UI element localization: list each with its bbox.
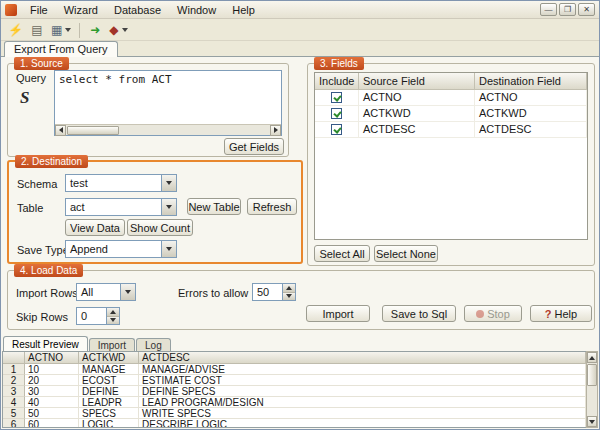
errors-to-allow-label: Errors to allow <box>178 287 248 299</box>
chevron-down-icon[interactable] <box>161 199 176 215</box>
menu-item-file[interactable]: File <box>22 3 56 17</box>
save-to-sql-button[interactable]: Save to Sql <box>382 305 456 322</box>
import-rows-select[interactable]: All <box>76 283 136 301</box>
dropdown-arrow-icon[interactable] <box>122 28 128 32</box>
table-icon[interactable]: ▦ <box>49 22 73 39</box>
errors-to-allow-spinner[interactable]: 50 <box>252 283 296 301</box>
hscroll-thumb[interactable] <box>67 126 119 135</box>
grid-cell: ECOST <box>79 375 139 386</box>
grid-header-actno[interactable]: ACTNO <box>25 352 79 364</box>
tab-strip: Export From Query <box>1 41 599 57</box>
spinner-down-icon[interactable] <box>107 316 119 325</box>
chevron-down-icon[interactable] <box>161 241 176 257</box>
spinner-down-icon[interactable] <box>283 292 295 301</box>
chevron-down-icon[interactable] <box>161 175 176 191</box>
menu-bar: FileWizardDatabaseWindowHelp <box>22 3 263 17</box>
refresh-button[interactable]: Refresh <box>247 198 297 215</box>
table-label: Table <box>17 202 43 214</box>
grid-cell: LEADPR <box>79 397 139 408</box>
scroll-left-arrow-icon[interactable] <box>55 125 66 136</box>
grid-header-actkwd[interactable]: ACTKWD <box>79 352 139 364</box>
tab-export-from-query[interactable]: Export From Query <box>4 41 118 57</box>
grid-row[interactable]: 330DEFINEDEFINE SPECS <box>3 386 586 397</box>
app-window: FileWizardDatabaseWindowHelp —❐✕ ⚡▤▦➜◆ E… <box>0 0 600 430</box>
view-data-button[interactable]: View Data <box>65 219 125 236</box>
schema-select[interactable]: test <box>65 174 177 192</box>
grid-row[interactable]: 220ECOSTESTIMATE COST <box>3 375 586 386</box>
row-number: 6 <box>3 419 25 428</box>
maximize-button[interactable]: ❐ <box>559 3 576 16</box>
menu-item-wizard[interactable]: Wizard <box>56 3 106 17</box>
menu-item-window[interactable]: Window <box>169 3 224 17</box>
menu-item-database[interactable]: Database <box>106 3 169 17</box>
field-row[interactable]: ACTDESCACTDESC <box>315 122 587 138</box>
lightning-icon-glyph: ⚡ <box>8 22 23 38</box>
save-type-select[interactable]: Append <box>65 240 177 258</box>
grid-row[interactable]: 550SPECSWRITE SPECS <box>3 408 586 419</box>
import-button[interactable]: Import <box>306 305 370 322</box>
result-tab-result-preview[interactable]: Result Preview <box>3 336 88 352</box>
source-field-cell: ACTNO <box>359 90 475 105</box>
minimize-button[interactable]: — <box>540 3 557 16</box>
script-icon[interactable]: ▤ <box>28 22 46 39</box>
row-number: 1 <box>3 364 25 375</box>
grid-cell: DEFINE SPECS <box>139 386 586 397</box>
result-tabs: Result PreviewImportLog <box>3 336 172 351</box>
script-icon-glyph: ▤ <box>31 22 42 38</box>
sql-script-icon: S <box>20 88 29 108</box>
show-count-button[interactable]: Show Count <box>127 219 193 236</box>
run-icon[interactable]: ➜ <box>86 22 104 39</box>
include-checkbox[interactable] <box>331 108 342 119</box>
grid-cell: MANAGE <box>79 364 139 375</box>
menu-item-help[interactable]: Help <box>224 3 263 17</box>
run-icon-glyph: ➜ <box>90 22 100 38</box>
save-type-value: Append <box>66 243 161 255</box>
table-icon-glyph: ▦ <box>51 22 62 38</box>
vscroll-thumb[interactable] <box>587 364 597 386</box>
close-button[interactable]: ✕ <box>578 3 595 16</box>
query-hscrollbar[interactable] <box>55 124 281 135</box>
destination-field-cell: ACTNO <box>475 90 587 105</box>
include-cell <box>315 106 359 121</box>
lightning-icon[interactable]: ⚡ <box>6 22 25 39</box>
grid-header-actdesc[interactable]: ACTDESC <box>139 352 586 364</box>
table-select[interactable]: act <box>65 198 177 216</box>
select-all-button[interactable]: Select All <box>314 245 370 262</box>
include-cell <box>315 122 359 137</box>
export-icon[interactable]: ◆ <box>107 22 129 39</box>
query-editor[interactable]: select * from ACT <box>54 70 282 136</box>
query-text[interactable]: select * from ACT <box>55 71 281 124</box>
field-row[interactable]: ACTNOACTNO <box>315 90 587 106</box>
select-none-button[interactable]: Select None <box>374 245 438 262</box>
grid-row[interactable]: 110MANAGEMANAGE/ADVISE <box>3 364 586 375</box>
include-checkbox[interactable] <box>331 92 342 103</box>
field-row[interactable]: ACTKWDACTKWD <box>315 106 587 122</box>
spinner-up-icon[interactable] <box>283 284 295 292</box>
row-number: 5 <box>3 408 25 419</box>
new-table-button[interactable]: New Table <box>187 198 241 215</box>
grid-header: ACTNOACTKWDACTDESC <box>3 352 586 364</box>
schema-value: test <box>66 177 161 189</box>
fields-table-body: ACTNOACTNOACTKWDACTKWDACTDESCACTDESC <box>315 90 587 138</box>
row-number: 3 <box>3 386 25 397</box>
grid-row[interactable]: 660LOGICDESCRIBE LOGIC <box>3 419 586 428</box>
destination-legend: 2. Destination <box>15 155 88 168</box>
grid-vscrollbar[interactable] <box>586 351 598 428</box>
skip-rows-spinner[interactable]: 0 <box>76 307 120 325</box>
help-button[interactable]: ? Help <box>530 305 592 322</box>
grid-cell: ESTIMATE COST <box>139 375 586 386</box>
dropdown-arrow-icon[interactable] <box>65 28 71 32</box>
scroll-up-arrow-icon[interactable] <box>587 352 597 363</box>
include-checkbox[interactable] <box>331 124 342 135</box>
grid-cell: DEFINE <box>79 386 139 397</box>
spinner-up-icon[interactable] <box>107 308 119 316</box>
stop-button: Stop <box>464 305 522 322</box>
source-field-cell: ACTKWD <box>359 106 475 121</box>
scroll-down-arrow-icon[interactable] <box>587 416 597 427</box>
get-fields-button[interactable]: Get Fields <box>224 138 284 155</box>
chevron-down-icon[interactable] <box>120 284 135 300</box>
grid-cell: LOGIC <box>79 419 139 428</box>
fields-table: IncludeSource FieldDestination Field ACT… <box>314 72 588 240</box>
grid-row[interactable]: 440LEADPRLEAD PROGRAM/DESIGN <box>3 397 586 408</box>
scroll-right-arrow-icon[interactable] <box>270 125 281 136</box>
